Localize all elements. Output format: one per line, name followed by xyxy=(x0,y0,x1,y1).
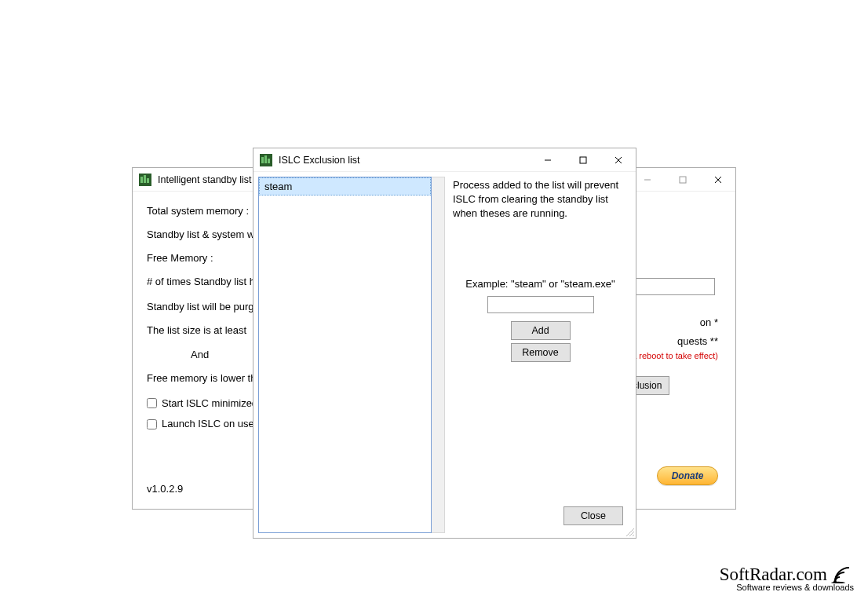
checkbox-start-minimized-input[interactable] xyxy=(147,398,157,408)
partial-text-on: on * xyxy=(700,314,718,331)
scrollbar[interactable] xyxy=(432,177,445,533)
checkbox-start-minimized[interactable]: Start ISLC minimized xyxy=(147,395,257,412)
exclusion-listbox-wrap: steam xyxy=(258,177,445,533)
exclusion-title: ISLC Exclusion list xyxy=(279,155,360,166)
close-dialog-button[interactable]: Close xyxy=(563,506,623,525)
exclusion-titlebar: ISLC Exclusion list xyxy=(253,148,636,172)
svg-rect-3 xyxy=(147,178,149,183)
svg-line-7 xyxy=(715,177,721,183)
process-name-input[interactable] xyxy=(487,296,594,313)
add-button-label: Add xyxy=(531,325,549,336)
exclusion-body: steam Process added to the list will pre… xyxy=(253,172,636,538)
exclusion-window: ISLC Exclusion list steam Process added … xyxy=(253,148,636,539)
svg-rect-10 xyxy=(264,155,267,163)
svg-line-6 xyxy=(715,177,721,183)
resize-grip-icon[interactable] xyxy=(623,525,634,536)
exclusion-right-pane: Process added to the list will prevent I… xyxy=(450,177,631,533)
close-dialog-label: Close xyxy=(581,510,606,521)
partial-input[interactable] xyxy=(630,278,715,295)
watermark-tagline: Software reviews & downloads xyxy=(720,583,854,592)
minimize-button[interactable] xyxy=(530,148,565,172)
watermark-brand: SoftRadar.com xyxy=(720,561,854,583)
remove-button[interactable]: Remove xyxy=(511,343,571,362)
svg-line-14 xyxy=(615,157,622,163)
donate-button-label: Donate xyxy=(672,468,704,484)
maximize-button[interactable] xyxy=(665,168,700,192)
close-button[interactable] xyxy=(700,168,735,192)
list-item[interactable]: steam xyxy=(259,177,431,196)
add-button[interactable]: Add xyxy=(511,321,571,340)
svg-rect-1 xyxy=(140,177,143,183)
donate-button[interactable]: Donate xyxy=(657,466,718,485)
exclusion-window-controls xyxy=(530,148,636,172)
radar-icon xyxy=(830,561,854,583)
exclusion-buttons: Add Remove xyxy=(453,321,628,362)
app-icon xyxy=(260,154,272,166)
svg-rect-9 xyxy=(261,157,264,163)
svg-line-18 xyxy=(633,535,634,536)
main-window-controls xyxy=(629,168,735,192)
checkbox-launch-logon-input[interactable] xyxy=(147,419,157,429)
remove-button-label: Remove xyxy=(522,347,559,358)
close-button[interactable] xyxy=(600,148,636,172)
partial-text-quests: quests ** xyxy=(677,333,718,350)
watermark: SoftRadar.com Software reviews & downloa… xyxy=(720,561,854,592)
svg-rect-13 xyxy=(580,157,586,163)
app-icon xyxy=(139,174,151,186)
svg-rect-2 xyxy=(144,175,146,183)
exclusion-example: Example: "steam" or "steam.exe" xyxy=(453,278,628,290)
maximize-button[interactable] xyxy=(565,148,600,172)
watermark-brand-text: SoftRadar.com xyxy=(720,565,827,583)
exclusion-listbox[interactable]: steam xyxy=(258,177,432,533)
version-label: v1.0.2.9 xyxy=(147,481,183,498)
svg-line-15 xyxy=(615,157,622,163)
checkbox-start-minimized-label: Start ISLC minimized xyxy=(162,395,257,412)
exclusion-description: Process added to the list will prevent I… xyxy=(453,178,628,221)
svg-rect-5 xyxy=(680,177,686,183)
svg-rect-11 xyxy=(268,159,270,163)
